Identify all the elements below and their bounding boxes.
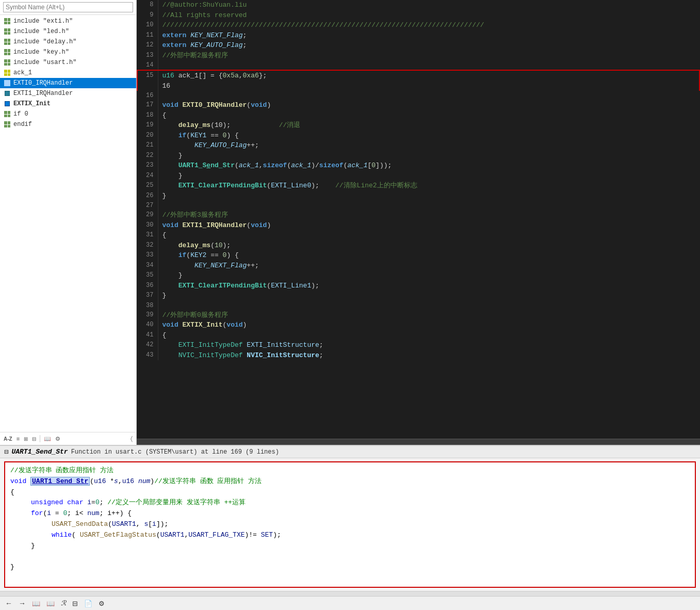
hash-icon-4	[3, 48, 11, 56]
line-content: {	[158, 330, 699, 341]
sidebar-item-label-9: EXTIX_Init	[13, 100, 51, 107]
line-number: 26	[137, 191, 158, 201]
line-number: 43	[137, 350, 158, 361]
table-row: 11 extern KEY_NEXT_Flag;	[137, 30, 699, 41]
hash-icon-7	[3, 110, 11, 118]
main-container: include "exti.h" include "led.h" include…	[0, 0, 700, 445]
sidebar-item-label-4: include "key.h"	[13, 49, 69, 56]
table-row: 29 //外部中断3服务程序	[137, 210, 699, 220]
line-number: 18	[137, 110, 158, 121]
book-button[interactable]: 📖	[42, 435, 53, 443]
line-content	[158, 91, 699, 100]
table-row: 19 delay_ms(10); //消退	[137, 120, 699, 131]
gear-button-2[interactable]: ⚙	[96, 599, 107, 608]
line-content: KEY_AUTO_Flag++;	[158, 140, 699, 151]
doc-button[interactable]: 📄	[82, 599, 94, 608]
minus-button[interactable]: ⊟	[70, 599, 80, 608]
sidebar-item-led[interactable]: include "led.h"	[0, 26, 136, 37]
sidebar-item-exti0[interactable]: EXTI0_IRQHandler	[0, 78, 136, 88]
gear-button[interactable]: ⚙	[54, 435, 62, 443]
table-row: 37 }	[137, 291, 699, 301]
table-row: 18 {	[137, 110, 699, 121]
code-line-close-fn: }	[10, 562, 690, 573]
hash-icon-5	[3, 58, 11, 67]
horizontal-scrollbar[interactable]	[137, 439, 700, 445]
hash-icon-2	[3, 27, 11, 36]
table-row: 13 //外部中断2服务程序	[137, 51, 699, 61]
hash-icon-6	[3, 69, 11, 77]
line-content: EXTI_ClearITPendingBit(EXTI_Line1);	[158, 281, 699, 291]
bottom-panel: ⊟ UART1_Send_Str Function in usart.c (SY…	[0, 445, 700, 610]
table-row: 43 NVIC_InitTypeDef NVIC_InitStructure;	[137, 350, 699, 361]
sidebar-item-delay[interactable]: include "delay.h"	[0, 37, 136, 47]
table-row: 21 KEY_AUTO_Flag++;	[137, 140, 699, 151]
line-content: }	[158, 291, 699, 301]
table-row: 25 EXTI_ClearITPendingBit(EXTI_Line0); /…	[137, 181, 699, 191]
bottom-scrollbar[interactable]	[0, 591, 700, 596]
line-content: NVIC_InitTypeDef NVIC_InitStructure;	[158, 350, 699, 361]
collapse-sidebar-button[interactable]: 〈	[129, 434, 134, 443]
sidebar-item-endif[interactable]: endif	[0, 119, 136, 130]
expand-button[interactable]: ⊞	[22, 435, 29, 443]
sidebar: include "exti.h" include "led.h" include…	[0, 0, 137, 445]
code-view[interactable]: 8 //@author:ShuYuan.liu 9 //All rights r…	[137, 0, 700, 439]
sidebar-item-label-2: include "led.h"	[13, 28, 69, 35]
line-number: 19	[137, 120, 158, 131]
editor-area: 8 //@author:ShuYuan.liu 9 //All rights r…	[137, 0, 700, 445]
line-content: //All rights reserved	[158, 10, 699, 21]
line-number: 42	[137, 340, 158, 350]
table-row: 16	[137, 81, 699, 91]
sidebar-item-key[interactable]: include "key.h"	[0, 47, 136, 57]
table-row: 9 //All rights reserved	[137, 10, 699, 21]
bottom-toolbar: ← → 📖 📖 ℛ ⊟ 📄 ⚙	[0, 596, 700, 610]
code-table: 8 //@author:ShuYuan.liu 9 //All rights r…	[137, 0, 700, 360]
table-row: 39 //外部中断0服务程序	[137, 310, 699, 320]
line-number: 9	[137, 10, 158, 21]
line-content: extern KEY_NEXT_Flag;	[158, 30, 699, 41]
line-content: }	[158, 151, 699, 161]
sidebar-item-ack1[interactable]: ack_1	[0, 68, 136, 78]
hash-icon-3	[3, 38, 11, 46]
line-content: //外部中断3服务程序	[158, 210, 699, 220]
line-number	[137, 81, 158, 91]
line-number: 15	[137, 70, 158, 81]
sidebar-list: include "exti.h" include "led.h" include…	[0, 15, 136, 432]
line-content	[158, 201, 699, 210]
code-line-close-for: }	[10, 541, 690, 552]
table-row: 10 /////////////////////////////////////…	[137, 20, 699, 30]
sidebar-item-extix[interactable]: EXTIX_Init	[0, 99, 136, 109]
line-number: 31	[137, 230, 158, 240]
hash-icon-8	[3, 120, 11, 129]
symbol-search-input[interactable]	[3, 2, 133, 12]
code-line-unsigned: unsigned char i=0; //定义一个局部变量用来 发送字符串 ++…	[10, 497, 690, 508]
book-button-2[interactable]: 📖	[44, 599, 57, 608]
line-content: void EXTIX_Init(void)	[158, 320, 699, 330]
line-number: 41	[137, 330, 158, 341]
line-number: 36	[137, 281, 158, 291]
line-content: {	[158, 230, 699, 240]
line-content: EXTI_InitTypeDef EXTI_InitStructure;	[158, 340, 699, 350]
sidebar-item-exti1[interactable]: EXTI1_IRQHandler	[0, 88, 136, 99]
collapse-button[interactable]: ⊟	[30, 435, 38, 443]
forward-button[interactable]: →	[17, 598, 28, 608]
sidebar-item-if0[interactable]: if 0	[0, 109, 136, 119]
line-number: 13	[137, 51, 158, 61]
line-number: 14	[137, 60, 158, 70]
sidebar-item-exti[interactable]: include "exti.h"	[0, 16, 136, 26]
code-line-while: while( USART_GetFlagStatus(USART1,USART_…	[10, 530, 690, 541]
bottom-panel-icon: ⊟	[4, 447, 8, 456]
r-button[interactable]: ℛ	[59, 598, 68, 608]
book-button-1[interactable]: 📖	[30, 599, 42, 608]
az-sort-button[interactable]: A-Z	[2, 435, 14, 443]
line-number: 38	[137, 301, 158, 310]
sidebar-toolbar: A-Z ≡ ⊞ ⊟ 📖 ⚙ 〈	[0, 432, 136, 445]
list-view-button[interactable]: ≡	[15, 435, 21, 443]
sidebar-item-usart[interactable]: include "usart.h"	[0, 57, 136, 68]
toolbar-sep-1	[40, 435, 40, 442]
line-content: if(KEY1 == 0) {	[158, 131, 699, 141]
bottom-panel-code[interactable]: //发送字符串 函数应用指针 方法 void UART1_Send_Str(u1…	[4, 461, 696, 588]
line-content: }	[158, 191, 699, 201]
table-row: 24 }	[137, 171, 699, 181]
sidebar-item-label-10: if 0	[13, 110, 28, 118]
back-button[interactable]: ←	[3, 598, 14, 608]
